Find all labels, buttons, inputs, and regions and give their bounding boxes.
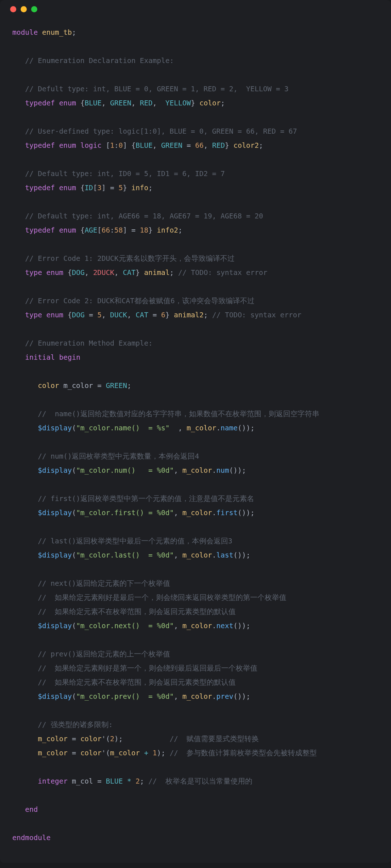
comma: , bbox=[85, 268, 93, 277]
var: m_color bbox=[59, 381, 93, 390]
var: m_col bbox=[68, 777, 93, 785]
func-call: $display bbox=[38, 622, 72, 630]
number: 2 bbox=[110, 735, 114, 743]
paren: ( bbox=[72, 622, 76, 630]
paren: ( bbox=[72, 551, 76, 559]
enum-val: GREEN bbox=[110, 99, 131, 107]
dot: . bbox=[212, 551, 216, 559]
string: "m_color.next() = %0d" bbox=[76, 622, 174, 630]
number: 58 bbox=[114, 226, 123, 234]
bracket: ] = bbox=[102, 184, 119, 192]
number: 1 bbox=[110, 141, 114, 150]
paren: ( bbox=[72, 509, 76, 517]
comment: // User-defined type: logic[1:0], BLUE =… bbox=[25, 127, 297, 135]
enum-val: RED bbox=[212, 141, 225, 150]
eq: = bbox=[93, 381, 106, 390]
method: last bbox=[216, 551, 234, 559]
enum-val: AGE bbox=[85, 226, 97, 234]
keyword: enum bbox=[59, 141, 76, 150]
type-name: color2 bbox=[229, 141, 259, 150]
var: m_color bbox=[38, 735, 67, 743]
string: "m_color.name() = %s" bbox=[76, 424, 169, 432]
var: m_color bbox=[182, 509, 212, 517]
colon: : bbox=[110, 226, 114, 234]
eq: = bbox=[85, 311, 97, 319]
comment: // Error Code 2: DUCK和CAT都会被赋值6，该冲突会导致编译… bbox=[25, 297, 255, 305]
eq: = bbox=[68, 735, 80, 743]
comma: , bbox=[174, 622, 182, 630]
maximize-icon[interactable] bbox=[31, 6, 37, 12]
paren: ); bbox=[157, 749, 169, 757]
punct: ; bbox=[220, 99, 225, 107]
dot: . bbox=[212, 466, 216, 475]
keyword: typedef bbox=[25, 99, 55, 107]
comma: , bbox=[174, 551, 182, 559]
keyword: type bbox=[25, 268, 42, 277]
punct: ; bbox=[127, 381, 131, 390]
punct: ; bbox=[203, 311, 212, 319]
operator: + bbox=[140, 749, 152, 757]
brace: { bbox=[63, 268, 72, 277]
comma: , bbox=[174, 466, 182, 475]
comment: // 如果给定元素不在枚举范围，则会返回元素类型的默认值 bbox=[38, 608, 236, 616]
method: prev bbox=[216, 692, 234, 701]
cast: '( bbox=[102, 735, 110, 743]
comment: // Defult type: int, BLUE = 0, GREEN = 1… bbox=[25, 85, 289, 93]
comma: , bbox=[174, 509, 182, 517]
bracket: [ bbox=[97, 226, 102, 234]
type-name: info bbox=[127, 184, 148, 192]
eq: = bbox=[148, 311, 161, 319]
code-window: module enum_tb; // Enumeration Declarati… bbox=[0, 0, 391, 863]
enum-val: GREEN bbox=[161, 141, 182, 150]
enum-val: YELLOW bbox=[165, 99, 191, 107]
comment: // TODO: syntax error bbox=[212, 311, 302, 319]
comment: // 如果给定元素刚好是最后一个，则会绕回来返回枚举类型的第一个枚举值 bbox=[38, 593, 286, 602]
number: 3 bbox=[97, 184, 102, 192]
bracket: ] = bbox=[123, 226, 140, 234]
punct: ; bbox=[72, 28, 76, 37]
enum-val: DOG bbox=[72, 268, 84, 277]
string: "m_color.prev() = %0d" bbox=[76, 692, 174, 701]
keyword: enum bbox=[59, 226, 76, 234]
number: 5 bbox=[119, 184, 123, 192]
paren: ()); bbox=[229, 466, 246, 475]
comma: , bbox=[174, 692, 182, 701]
comma: , bbox=[127, 311, 135, 319]
enum-val: RED bbox=[140, 99, 152, 107]
var: m_color bbox=[182, 466, 212, 475]
enum-val: CAT bbox=[136, 311, 148, 319]
keyword: logic bbox=[80, 141, 102, 150]
brace: } bbox=[165, 311, 170, 319]
punct: ; bbox=[259, 141, 263, 150]
comment: // Error Code 1: 2DUCK元素名以数字开头，会导致编译不过 bbox=[25, 254, 234, 263]
punct: ; bbox=[148, 184, 153, 192]
keyword: endmodule bbox=[12, 834, 51, 842]
operator: * bbox=[123, 777, 135, 785]
enum-val: ID bbox=[85, 184, 93, 192]
keyword: end bbox=[25, 805, 38, 814]
brace: } bbox=[136, 268, 140, 277]
brace: } bbox=[148, 226, 153, 234]
minimize-icon[interactable] bbox=[21, 6, 27, 12]
var: m_color bbox=[110, 749, 140, 757]
type-name: color bbox=[80, 735, 102, 743]
enum-val: BLUE bbox=[106, 777, 123, 785]
eq: = bbox=[182, 141, 195, 150]
close-icon[interactable] bbox=[10, 6, 16, 12]
comment: // 如果给定元素不在枚举范围，则会返回元素类型的默认值 bbox=[38, 678, 236, 687]
type-name: animal bbox=[140, 268, 169, 277]
comma: , bbox=[131, 99, 140, 107]
comment: // 枚举名是可以当常量使用的 bbox=[148, 777, 252, 785]
dot: . bbox=[212, 692, 216, 701]
number: 66 bbox=[102, 226, 110, 234]
comma: , bbox=[102, 311, 110, 319]
type-name: info2 bbox=[153, 226, 178, 234]
number: 66 bbox=[195, 141, 203, 150]
keyword: module bbox=[12, 28, 38, 37]
method: num bbox=[216, 466, 229, 475]
brace: } bbox=[225, 141, 229, 150]
string: "m_color.last() = %0d" bbox=[76, 551, 174, 559]
string: "m_color.first() = %0d" bbox=[76, 509, 174, 517]
keyword: enum bbox=[46, 268, 63, 277]
comma: , bbox=[114, 268, 123, 277]
